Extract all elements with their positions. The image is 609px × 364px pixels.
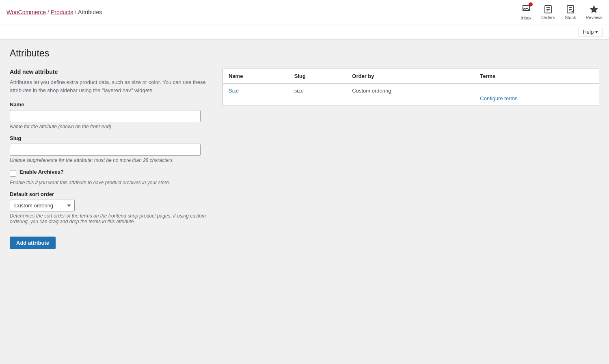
sort-order-label: Default sort order <box>10 191 213 197</box>
help-button[interactable]: Help ▾ <box>579 27 603 37</box>
name-field: Name Name for the attribute (shown on th… <box>10 101 213 129</box>
inbox-badge <box>529 2 533 6</box>
name-label: Name <box>10 101 213 108</box>
col-orderby: Order by <box>346 69 474 84</box>
row-orderby-cell: Custom ordering <box>346 84 474 106</box>
page-title: Attributes <box>10 48 599 59</box>
topbar-orders[interactable]: Orders <box>541 4 555 20</box>
breadcrumb-woocommerce[interactable]: WooCommerce <box>6 9 46 15</box>
slug-field: Slug Unique slug/reference for the attri… <box>10 135 213 163</box>
form-section-title: Add new attribute <box>10 69 213 75</box>
sort-order-field: Default sort order Custom ordering Name … <box>10 191 213 224</box>
name-input[interactable] <box>10 110 201 122</box>
size-link[interactable]: Size <box>229 88 239 94</box>
sort-order-hint: Determines the sort order of the terms o… <box>10 213 213 224</box>
topbar-icons: Inbox Orders Stock Reviews <box>520 4 603 20</box>
helpbar: Help ▾ <box>0 24 609 40</box>
add-attribute-form: Add new attribute Attributes let you def… <box>10 69 213 249</box>
row-slug-cell: size <box>289 84 347 106</box>
breadcrumb-current: Attributes <box>78 9 102 15</box>
slug-input[interactable] <box>10 144 201 156</box>
col-name: Name <box>223 69 289 84</box>
archives-hint: Enable this if you want this attribute t… <box>10 180 213 185</box>
table-row: Size size Custom ordering – Configure te… <box>223 84 599 106</box>
topbar-reviews[interactable]: Reviews <box>585 4 603 20</box>
attributes-table: Name Slug Order by Terms Size size Custo… <box>222 69 599 106</box>
breadcrumb-sep-2: / <box>75 9 76 15</box>
archives-checkbox-row: Enable Archives? <box>10 169 213 177</box>
name-hint: Name for the attribute (shown on the fro… <box>10 124 213 129</box>
sort-order-select[interactable]: Custom ordering Name Name (numeric) Term… <box>10 200 75 211</box>
reviews-icon <box>589 4 599 14</box>
form-description: Attributes let you define extra product … <box>10 78 213 94</box>
topbar-stock[interactable]: Stock <box>565 4 576 20</box>
topbar: WooCommerce / Products / Attributes Inbo… <box>0 0 609 24</box>
archives-field: Enable Archives? Enable this if you want… <box>10 169 213 185</box>
col-slug: Slug <box>289 69 347 84</box>
table-header-row: Name Slug Order by Terms <box>223 69 599 84</box>
archives-checkbox[interactable] <box>10 170 16 177</box>
content-layout: Add new attribute Attributes let you def… <box>10 69 599 249</box>
row-terms-cell: – Configure terms <box>474 84 599 106</box>
orders-icon <box>543 4 553 14</box>
main-content: Attributes Add new attribute Attributes … <box>0 40 609 257</box>
breadcrumb: WooCommerce / Products / Attributes <box>6 9 102 15</box>
breadcrumb-sep-1: / <box>48 9 49 15</box>
slug-label: Slug <box>10 135 213 141</box>
terms-dash: – <box>480 88 483 94</box>
col-terms: Terms <box>474 69 599 84</box>
row-name-cell: Size <box>223 84 289 106</box>
slug-hint: Unique slug/reference for the attribute;… <box>10 157 213 163</box>
add-attribute-button[interactable]: Add attribute <box>10 237 56 249</box>
inbox-label: Inbox <box>520 15 531 20</box>
breadcrumb-products[interactable]: Products <box>51 9 73 15</box>
archives-label[interactable]: Enable Archives? <box>19 169 64 175</box>
orders-label: Orders <box>541 15 555 20</box>
reviews-label: Reviews <box>585 15 603 20</box>
attributes-table-panel: Name Slug Order by Terms Size size Custo… <box>222 69 599 106</box>
topbar-inbox[interactable]: Inbox <box>520 4 531 20</box>
stock-label: Stock <box>565 15 576 20</box>
configure-terms-link[interactable]: Configure terms <box>480 95 593 101</box>
stock-icon <box>566 4 575 14</box>
